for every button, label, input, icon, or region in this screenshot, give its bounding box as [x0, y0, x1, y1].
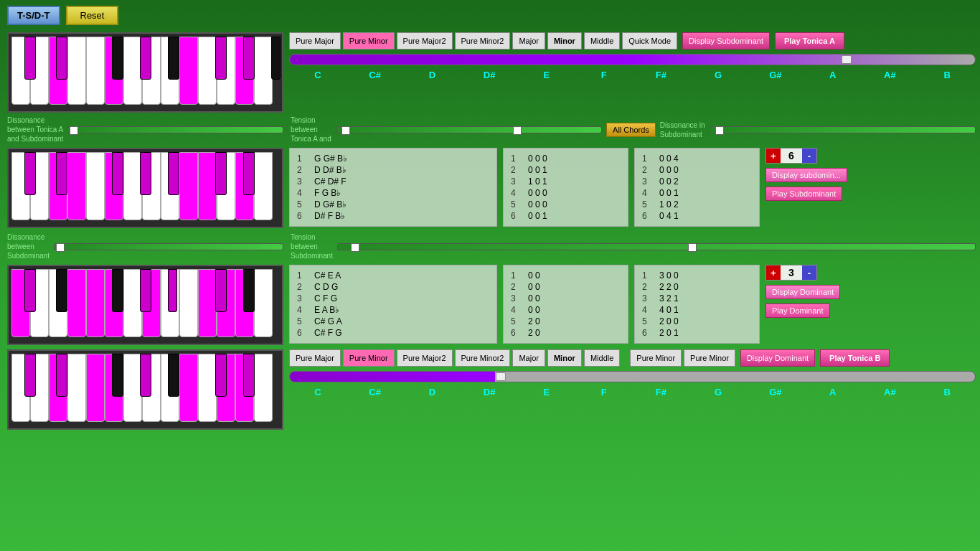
top-piano — [7, 32, 283, 113]
scale-major[interactable]: Major — [512, 32, 545, 50]
scale-pure-minor2[interactable]: Pure Minor2 — [455, 32, 511, 50]
mk2-e2[interactable] — [179, 269, 198, 337]
scale-pure-minor[interactable]: Pure Minor — [343, 32, 395, 50]
key-g1[interactable] — [86, 37, 105, 105]
counter2-plus[interactable]: + — [766, 265, 781, 280]
bk-as[interactable] — [168, 354, 179, 397]
bk-fs[interactable] — [112, 354, 123, 397]
mk1-ds2[interactable] — [243, 152, 255, 195]
bot-scale-pure-major[interactable]: Pure Major — [289, 349, 341, 367]
black-key-fs1[interactable] — [112, 37, 123, 80]
tension-mid-thumb[interactable] — [351, 243, 359, 252]
mk1-cs2[interactable] — [215, 152, 227, 195]
black-key-cs1[interactable] — [24, 37, 36, 80]
black-key-ds2[interactable] — [243, 37, 255, 80]
mk2-ds2[interactable] — [243, 269, 255, 312]
mk2-g[interactable] — [86, 269, 105, 337]
reset-button[interactable]: Reset — [66, 6, 119, 25]
key-f2[interactable] — [198, 37, 217, 105]
tsd-button[interactable]: T-S/D-T — [7, 6, 60, 25]
counter1-plus[interactable]: + — [766, 149, 781, 163]
bk-gs[interactable] — [140, 354, 151, 397]
quick-mode[interactable]: Quick Mode — [622, 32, 677, 50]
bot-scale-minor[interactable]: Minor — [547, 349, 582, 367]
black-key-ds1[interactable] — [56, 37, 67, 80]
play-tonica-b-btn[interactable]: Play Tonica B — [820, 349, 890, 367]
bk-g[interactable] — [86, 354, 105, 422]
black-key-gs1[interactable] — [140, 37, 151, 80]
bot-scale-middle[interactable]: Middle — [584, 349, 620, 367]
note-labels-bottom: C C# D D# E F F# G G# A A# B — [289, 385, 976, 399]
mk1-f2[interactable] — [198, 152, 217, 220]
mk2-cs[interactable] — [24, 269, 36, 312]
mk2-b2[interactable] — [254, 269, 273, 337]
bk-f[interactable] — [67, 354, 86, 422]
display-subdom-btn[interactable]: Display subdomin... — [765, 168, 847, 182]
bot-scale-pure-major2[interactable]: Pure Major2 — [397, 349, 453, 367]
slider-thumb-top[interactable] — [842, 55, 852, 64]
top-toolbar: T-S/D-T Reset — [7, 6, 118, 25]
play-dom-btn[interactable]: Play Dominant — [765, 303, 830, 318]
bot-note-c: C — [305, 387, 330, 397]
bk-cs[interactable] — [24, 354, 36, 397]
play-subdom-btn[interactable]: Play Subdominant — [765, 187, 842, 201]
bot-note-f: F — [591, 387, 616, 397]
note-e: E — [534, 70, 559, 80]
bottom-piano — [7, 349, 283, 430]
bk-e2[interactable] — [179, 354, 198, 422]
scale-pure-major2[interactable]: Pure Major2 — [397, 32, 453, 50]
bk-cs2[interactable] — [215, 354, 227, 397]
slider-thumb-bot[interactable] — [496, 372, 506, 381]
mk1-f[interactable] — [67, 152, 86, 220]
key-e2[interactable] — [179, 37, 198, 105]
mk1-cs[interactable] — [24, 152, 36, 195]
scale-minor[interactable]: Minor — [547, 32, 582, 50]
dissonance-sub-thumb[interactable] — [715, 126, 724, 135]
mk2-f[interactable] — [67, 269, 86, 337]
bot-scale-pure-minor2[interactable]: Pure Minor2 — [455, 349, 511, 367]
display-dom-btn[interactable]: Display Dominant — [765, 285, 840, 299]
counter2-minus[interactable]: - — [802, 265, 816, 280]
counter1-minus[interactable]: - — [802, 149, 816, 163]
mk1-g[interactable] — [86, 152, 105, 220]
bk-f2[interactable] — [198, 354, 217, 422]
mk1-ds[interactable] — [56, 152, 67, 195]
tension-mid-label: TensionbetweenSubdominant — [291, 232, 333, 260]
key-b2[interactable] — [254, 37, 273, 105]
mk2-f2[interactable] — [198, 269, 217, 337]
all-chords-btn[interactable]: All Chords — [606, 123, 656, 137]
black-key-fs2[interactable] — [271, 37, 281, 80]
mk1-fs[interactable] — [112, 152, 123, 195]
bot-note-gs: G# — [763, 387, 788, 397]
mk2-fs[interactable] — [112, 269, 123, 312]
mk2-cs2[interactable] — [215, 269, 227, 312]
mk2-as[interactable] — [168, 269, 177, 312]
dissonance-mid-thumb[interactable] — [56, 243, 65, 252]
chord-scores-1: 10 0 020 0 131 0 140 0 050 0 060 0 1 — [503, 148, 628, 227]
display-subdominant-btn[interactable]: Display Subdominant — [682, 32, 770, 50]
play-tonica-a-btn[interactable]: Play Tonica A — [775, 32, 844, 50]
mk2-ds[interactable] — [56, 269, 67, 312]
bot-scale-pure-minor[interactable]: Pure Minor — [343, 349, 395, 367]
bot-scale-pure-minor-2[interactable]: Pure Minor — [684, 349, 735, 367]
scale-middle[interactable]: Middle — [584, 32, 620, 50]
bk-b2[interactable] — [254, 354, 273, 422]
mk1-as[interactable] — [168, 152, 179, 195]
bk-ds[interactable] — [56, 354, 67, 397]
scale-pure-major[interactable]: Pure Major — [289, 32, 341, 50]
bk-ds2[interactable] — [243, 354, 255, 397]
mk1-gs[interactable] — [140, 152, 151, 195]
bot-scale-major[interactable]: Major — [512, 349, 545, 367]
display-dom-btn2[interactable]: Display Dominant — [740, 349, 815, 367]
note-b: B — [935, 70, 960, 80]
mk2-gs[interactable] — [140, 269, 151, 312]
key-f1[interactable] — [67, 37, 86, 105]
mk1-b2[interactable] — [254, 152, 273, 220]
black-key-cs2[interactable] — [215, 37, 227, 80]
mk1-e2[interactable] — [179, 152, 198, 220]
dissonance-thumb-top[interactable] — [70, 126, 78, 135]
bot-scale-pure-minor-1[interactable]: Pure Minor — [630, 349, 682, 367]
black-key-as1[interactable] — [168, 37, 179, 80]
tension-thumb-top[interactable] — [341, 126, 350, 135]
note-g: G — [706, 70, 731, 80]
